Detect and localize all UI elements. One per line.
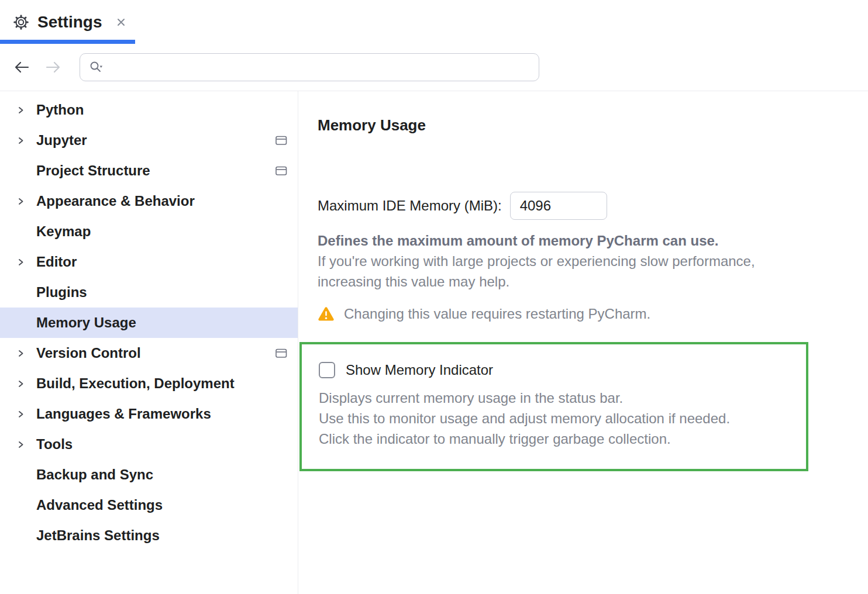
- sidebar-item-advanced-settings[interactable]: Advanced Settings: [0, 490, 298, 520]
- sidebar-item-editor[interactable]: Editor: [0, 247, 298, 277]
- sidebar-item-label: Keymap: [36, 223, 91, 240]
- external-settings-icon: [275, 136, 287, 146]
- sidebar-item-label: Memory Usage: [36, 315, 136, 331]
- sidebar-item-backup-and-sync[interactable]: Backup and Sync: [0, 460, 298, 490]
- sidebar-item-label: Languages & Frameworks: [36, 406, 211, 422]
- tab-title: Settings: [37, 13, 102, 32]
- indicator-description: Displays current memory usage in the sta…: [319, 388, 788, 449]
- sidebar-item-plugins[interactable]: Plugins: [0, 277, 298, 308]
- max-memory-label: Maximum IDE Memory (MiB):: [318, 198, 502, 214]
- settings-toolbar: [0, 44, 868, 91]
- sidebar-item-label: Version Control: [36, 345, 141, 361]
- indicator-description-line3: Click the indicator to manually trigger …: [319, 429, 788, 449]
- indicator-description-line2: Use this to monitor usage and adjust mem…: [319, 408, 788, 429]
- external-settings-icon: [275, 348, 287, 358]
- chevron-right-icon[interactable]: [16, 410, 36, 419]
- sidebar-item-label: Jupyter: [36, 132, 87, 148]
- back-button[interactable]: [13, 58, 30, 76]
- sidebar-item-jetbrains-settings[interactable]: JetBrains Settings: [0, 520, 298, 551]
- sidebar-item-build-execution-deployment[interactable]: Build, Execution, Deployment: [0, 368, 298, 399]
- sidebar-item-label: Build, Execution, Deployment: [36, 375, 235, 392]
- show-memory-indicator-checkbox[interactable]: [319, 362, 335, 378]
- chevron-right-icon[interactable]: [16, 136, 36, 145]
- sidebar-item-label: Project Structure: [36, 163, 150, 179]
- sidebar-item-label: Plugins: [36, 284, 87, 301]
- external-settings-icon: [275, 166, 287, 176]
- sidebar-item-version-control[interactable]: Version Control: [0, 338, 298, 368]
- max-memory-row: Maximum IDE Memory (MiB):: [318, 192, 868, 220]
- annotation-highlight-box: Show Memory Indicator Displays current m…: [299, 342, 808, 471]
- search-input[interactable]: [104, 54, 539, 81]
- sidebar-item-keymap[interactable]: Keymap: [0, 216, 298, 247]
- memory-hint-bold: Defines the maximum amount of memory PyC…: [318, 230, 868, 251]
- indicator-description-line1: Displays current memory usage in the sta…: [319, 388, 788, 408]
- chevron-right-icon[interactable]: [16, 106, 36, 115]
- sidebar-item-memory-usage[interactable]: Memory Usage: [0, 308, 298, 338]
- search-field[interactable]: [80, 53, 539, 81]
- restart-warning: Changing this value requires restarting …: [318, 306, 868, 322]
- sidebar-item-label: Backup and Sync: [36, 467, 153, 483]
- sidebar-item-tools[interactable]: Tools: [0, 429, 298, 460]
- tab-settings[interactable]: Settings: [13, 0, 126, 44]
- sidebar-item-appearance-behavior[interactable]: Appearance & Behavior: [0, 186, 298, 216]
- sidebar-item-label: JetBrains Settings: [36, 527, 160, 544]
- page-title: Memory Usage: [318, 116, 868, 134]
- forward-button[interactable]: [44, 58, 62, 76]
- memory-hint: If you're working with large projects or…: [318, 251, 868, 292]
- gear-icon: [13, 14, 29, 30]
- sidebar-item-label: Advanced Settings: [36, 497, 163, 513]
- max-memory-input[interactable]: [510, 192, 607, 220]
- close-icon[interactable]: [116, 17, 126, 27]
- settings-body: PythonJupyterProject StructureAppearance…: [0, 91, 868, 594]
- show-memory-indicator-label: Show Memory Indicator: [346, 362, 493, 378]
- memory-hint-line2: increasing this value may help.: [318, 271, 868, 292]
- chevron-right-icon[interactable]: [16, 258, 36, 267]
- active-tab-indicator: [0, 40, 135, 44]
- sidebar-item-label: Editor: [36, 254, 77, 270]
- sidebar-item-languages-frameworks[interactable]: Languages & Frameworks: [0, 399, 298, 429]
- sidebar-item-project-structure[interactable]: Project Structure: [0, 156, 298, 186]
- sidebar-item-jupyter[interactable]: Jupyter: [0, 125, 298, 156]
- chevron-right-icon[interactable]: [16, 379, 36, 388]
- warning-triangle-icon: [318, 306, 335, 322]
- sidebar-item-python[interactable]: Python: [0, 95, 298, 125]
- sidebar-item-label: Python: [36, 102, 84, 118]
- chevron-right-icon[interactable]: [16, 440, 36, 449]
- chevron-right-icon[interactable]: [16, 349, 36, 358]
- tab-bar: Settings: [0, 0, 868, 44]
- memory-hint-line1: If you're working with large projects or…: [318, 251, 868, 271]
- show-memory-indicator-row[interactable]: Show Memory Indicator: [319, 362, 788, 378]
- memory-usage-panel: Memory Usage Maximum IDE Memory (MiB): D…: [298, 91, 868, 594]
- settings-window: Settings: [0, 0, 868, 594]
- settings-tree: PythonJupyterProject StructureAppearance…: [0, 91, 298, 594]
- sidebar-item-label: Tools: [36, 436, 73, 453]
- chevron-right-icon[interactable]: [16, 197, 36, 206]
- sidebar-item-label: Appearance & Behavior: [36, 193, 195, 209]
- restart-warning-text: Changing this value requires restarting …: [344, 306, 650, 322]
- search-icon[interactable]: [88, 60, 104, 75]
